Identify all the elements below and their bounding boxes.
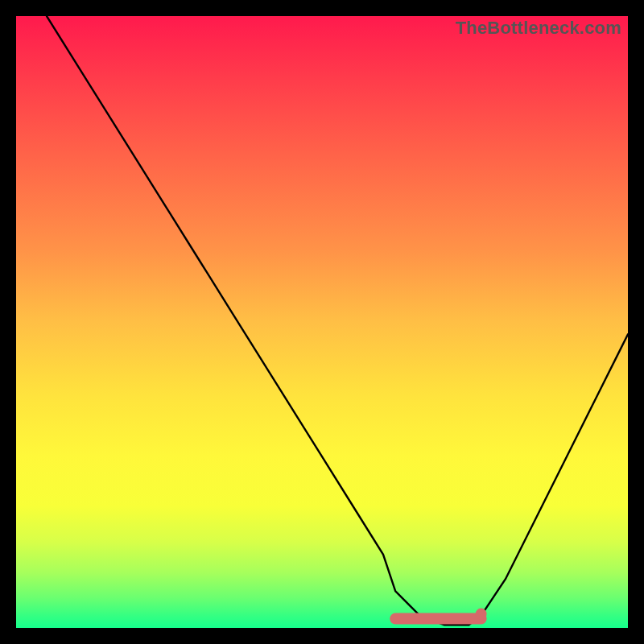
- chart-frame: TheBottleneck.com: [8, 8, 636, 636]
- bottleneck-curve: [47, 16, 628, 625]
- chart-plot-area: TheBottleneck.com: [16, 16, 628, 628]
- watermark-text: TheBottleneck.com: [456, 18, 621, 39]
- highlight-dot: [476, 609, 487, 620]
- chart-svg: [16, 16, 628, 628]
